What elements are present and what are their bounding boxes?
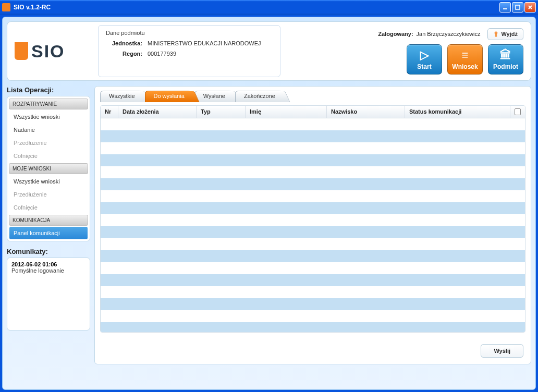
sidebar-item[interactable]: Cofnięcie [9,150,88,162]
entity-regon-label: Regon: [106,51,142,57]
col-data[interactable]: Data złożenia [118,106,197,118]
logout-icon: ⇪ [493,30,499,38]
sidebar-item[interactable]: Panel komunikacji [9,227,88,239]
entity-info-box: Dane podmiotu Jednostka: MINISTERSTWO ED… [98,25,280,77]
messages-panel: 2012-06-02 01:06 Pomyślne logowanie [7,258,90,330]
sidebar-panel: ROZPATRYWANIEWszystkie wnioskiNadaniePrz… [7,96,90,241]
message-body: Pomyślne logowanie [11,267,85,274]
table-row [101,322,525,333]
checkbox-icon [515,108,521,115]
tab[interactable]: Zakończone [235,91,284,102]
sidebar-group-header: MOJE WNIOSKI [9,163,88,174]
logged-user: Jan Brzęczyszczykiewicz [417,31,481,37]
send-button[interactable]: Wyślij [481,344,523,358]
minimize-button[interactable] [499,2,511,13]
session-info: Zalogowany: Jan Brzęczyszczykiewicz ⇪ Wy… [378,28,523,40]
table-row [101,298,525,310]
logout-label: Wyjdź [501,31,518,37]
table-row [101,190,525,202]
logout-button[interactable]: ⇪ Wyjdź [487,28,523,40]
table-row [101,226,525,238]
table-body [101,118,525,332]
start-button-label: Start [417,63,431,70]
col-imie[interactable]: Imię [246,106,327,118]
table-row [101,118,525,130]
sidebar-item[interactable]: Przedłużenie [9,188,88,201]
logo-text: SIO [31,41,65,62]
col-status[interactable]: Status komunikacji [405,106,510,118]
entity-unit-value: MINISTERSTWO EDUKACJI NARODOWEJ [148,40,261,46]
main-panel: WszystkieDo wysłaniaWysłaneZakończone Nr… [94,86,531,364]
table-row [101,142,525,154]
logo-shield-icon [15,42,28,60]
sidebar-title: Lista Operacji: [7,86,90,94]
tab[interactable]: Wysłane [194,91,234,102]
table: Nr Data złożenia Typ Imię Nazwisko Statu… [100,105,525,333]
sidebar-item[interactable]: Cofnięcie [9,201,88,214]
start-button[interactable]: ▷ Start [407,44,442,75]
sidebar-item[interactable]: Wszystkie wnioski [9,175,88,188]
sidebar-group-header: KOMUNIKACJA [9,215,88,226]
sidebar-item[interactable]: Przedłużenie [9,137,88,149]
close-button[interactable] [524,2,536,13]
sidebar-item[interactable]: Nadanie [9,124,88,136]
entity-header: Dane podmiotu [106,30,273,36]
sidebar-group-header: ROZPATRYWANIE [9,99,88,109]
tabs: WszystkieDo wysłaniaWysłaneZakończone [100,91,525,102]
logged-label: Zalogowany: [378,31,413,37]
table-row [101,238,525,250]
col-nazwisko[interactable]: Nazwisko [327,106,405,118]
app-logo: SIO [15,41,93,62]
app-icon [2,3,10,11]
sidebar-item[interactable]: Wszystkie wnioski [9,111,88,123]
table-row [101,250,525,262]
podmiot-button-label: Podmiot [493,63,518,70]
svg-rect-0 [503,8,507,9]
entity-unit-label: Jednostka: [106,40,142,46]
app-frame: SIO Dane podmiotu Jednostka: MINISTERSTW… [2,17,536,390]
table-row [101,178,525,190]
maximize-button[interactable] [512,2,523,13]
table-row [101,202,525,214]
table-row [101,166,525,178]
wniosek-button-label: Wniosek [452,63,478,70]
header-panel: SIO Dane podmiotu Jednostka: MINISTERSTW… [7,21,531,81]
table-row [101,286,525,298]
table-row [101,310,525,322]
table-row [101,274,525,286]
entity-regon-value: 000177939 [148,51,176,57]
tab[interactable]: Wszystkie [100,91,144,102]
col-select-all[interactable] [510,106,525,118]
messages-title: Komunikaty: [7,248,90,255]
svg-rect-1 [516,5,520,9]
play-icon: ▷ [420,48,429,62]
stack-icon: ≡ [462,48,469,62]
building-icon: 🏛 [500,48,511,62]
table-row [101,214,525,226]
window-titlebar: SIO v.1.2-RC [0,0,538,15]
col-nr[interactable]: Nr [101,106,118,118]
wniosek-button[interactable]: ≡ Wniosek [447,44,483,75]
table-row [101,130,525,142]
window-title: SIO v.1.2-RC [14,4,499,11]
message-time: 2012-06-02 01:06 [11,261,85,267]
col-typ[interactable]: Typ [197,106,246,118]
table-row [101,262,525,274]
tab[interactable]: Do wysłania [145,91,193,102]
table-row [101,154,525,166]
table-header: Nr Data złożenia Typ Imię Nazwisko Statu… [101,106,525,118]
podmiot-button[interactable]: 🏛 Podmiot [488,44,523,75]
